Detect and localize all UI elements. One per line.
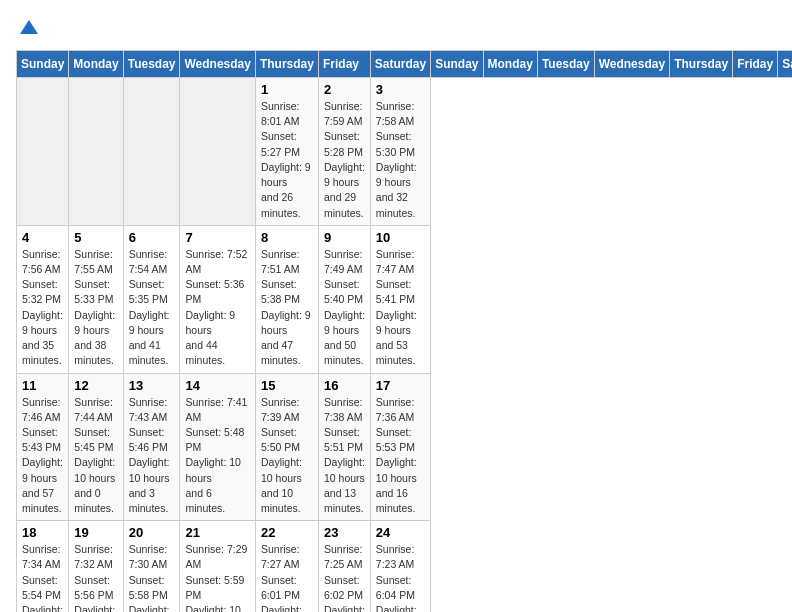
day-number: 15 <box>261 378 313 393</box>
day-cell: 16Sunrise: 7:38 AM Sunset: 5:51 PM Dayli… <box>318 373 370 521</box>
day-cell: 5Sunrise: 7:55 AM Sunset: 5:33 PM Daylig… <box>69 225 123 373</box>
week-row-2: 4Sunrise: 7:56 AM Sunset: 5:32 PM Daylig… <box>17 225 793 373</box>
day-detail: Sunrise: 7:46 AM Sunset: 5:43 PM Dayligh… <box>22 395 63 517</box>
day-detail: Sunrise: 7:51 AM Sunset: 5:38 PM Dayligh… <box>261 247 313 369</box>
day-detail: Sunrise: 7:36 AM Sunset: 5:53 PM Dayligh… <box>376 395 425 517</box>
svg-marker-0 <box>20 20 38 34</box>
day-detail: Sunrise: 7:52 AM Sunset: 5:36 PM Dayligh… <box>185 247 249 369</box>
day-number: 3 <box>376 82 425 97</box>
day-cell: 20Sunrise: 7:30 AM Sunset: 5:58 PM Dayli… <box>123 521 180 612</box>
week-row-1: 1Sunrise: 8:01 AM Sunset: 5:27 PM Daylig… <box>17 78 793 226</box>
header-monday: Monday <box>69 51 123 78</box>
day-cell: 3Sunrise: 7:58 AM Sunset: 5:30 PM Daylig… <box>370 78 430 226</box>
day-cell: 8Sunrise: 7:51 AM Sunset: 5:38 PM Daylig… <box>255 225 318 373</box>
day-cell: 2Sunrise: 7:59 AM Sunset: 5:28 PM Daylig… <box>318 78 370 226</box>
day-cell: 6Sunrise: 7:54 AM Sunset: 5:35 PM Daylig… <box>123 225 180 373</box>
calendar-header-row: SundayMondayTuesdayWednesdayThursdayFrid… <box>17 51 793 78</box>
day-cell: 12Sunrise: 7:44 AM Sunset: 5:45 PM Dayli… <box>69 373 123 521</box>
day-cell <box>17 78 69 226</box>
day-number: 5 <box>74 230 117 245</box>
day-number: 12 <box>74 378 117 393</box>
day-cell: 17Sunrise: 7:36 AM Sunset: 5:53 PM Dayli… <box>370 373 430 521</box>
day-number: 4 <box>22 230 63 245</box>
day-detail: Sunrise: 7:49 AM Sunset: 5:40 PM Dayligh… <box>324 247 365 369</box>
day-number: 23 <box>324 525 365 540</box>
logo-icon <box>18 16 40 38</box>
day-number: 11 <box>22 378 63 393</box>
day-cell: 24Sunrise: 7:23 AM Sunset: 6:04 PM Dayli… <box>370 521 430 612</box>
day-detail: Sunrise: 7:27 AM Sunset: 6:01 PM Dayligh… <box>261 542 313 612</box>
week-row-4: 18Sunrise: 7:34 AM Sunset: 5:54 PM Dayli… <box>17 521 793 612</box>
day-cell: 4Sunrise: 7:56 AM Sunset: 5:32 PM Daylig… <box>17 225 69 373</box>
day-cell <box>180 78 255 226</box>
day-detail: Sunrise: 7:25 AM Sunset: 6:02 PM Dayligh… <box>324 542 365 612</box>
day-cell: 21Sunrise: 7:29 AM Sunset: 5:59 PM Dayli… <box>180 521 255 612</box>
day-detail: Sunrise: 7:32 AM Sunset: 5:56 PM Dayligh… <box>74 542 117 612</box>
header-tuesday: Tuesday <box>123 51 180 78</box>
week-row-3: 11Sunrise: 7:46 AM Sunset: 5:43 PM Dayli… <box>17 373 793 521</box>
day-detail: Sunrise: 7:29 AM Sunset: 5:59 PM Dayligh… <box>185 542 249 612</box>
day-number: 19 <box>74 525 117 540</box>
calendar-table: SundayMondayTuesdayWednesdayThursdayFrid… <box>16 50 792 612</box>
day-number: 1 <box>261 82 313 97</box>
header-friday: Friday <box>318 51 370 78</box>
day-cell: 14Sunrise: 7:41 AM Sunset: 5:48 PM Dayli… <box>180 373 255 521</box>
day-number: 17 <box>376 378 425 393</box>
day-detail: Sunrise: 7:23 AM Sunset: 6:04 PM Dayligh… <box>376 542 425 612</box>
day-detail: Sunrise: 7:47 AM Sunset: 5:41 PM Dayligh… <box>376 247 425 369</box>
day-cell <box>123 78 180 226</box>
day-cell: 13Sunrise: 7:43 AM Sunset: 5:46 PM Dayli… <box>123 373 180 521</box>
day-number: 7 <box>185 230 249 245</box>
day-detail: Sunrise: 7:54 AM Sunset: 5:35 PM Dayligh… <box>129 247 175 369</box>
day-number: 21 <box>185 525 249 540</box>
day-cell: 18Sunrise: 7:34 AM Sunset: 5:54 PM Dayli… <box>17 521 69 612</box>
header-tuesday: Tuesday <box>537 51 594 78</box>
header-saturday: Saturday <box>370 51 430 78</box>
day-number: 10 <box>376 230 425 245</box>
day-cell: 10Sunrise: 7:47 AM Sunset: 5:41 PM Dayli… <box>370 225 430 373</box>
logo <box>16 16 40 42</box>
day-detail: Sunrise: 7:43 AM Sunset: 5:46 PM Dayligh… <box>129 395 175 517</box>
day-number: 22 <box>261 525 313 540</box>
day-detail: Sunrise: 7:34 AM Sunset: 5:54 PM Dayligh… <box>22 542 63 612</box>
day-number: 18 <box>22 525 63 540</box>
day-detail: Sunrise: 7:44 AM Sunset: 5:45 PM Dayligh… <box>74 395 117 517</box>
day-detail: Sunrise: 7:41 AM Sunset: 5:48 PM Dayligh… <box>185 395 249 517</box>
header-monday: Monday <box>483 51 537 78</box>
day-number: 6 <box>129 230 175 245</box>
day-number: 8 <box>261 230 313 245</box>
header-sunday: Sunday <box>17 51 69 78</box>
day-detail: Sunrise: 7:56 AM Sunset: 5:32 PM Dayligh… <box>22 247 63 369</box>
day-cell: 15Sunrise: 7:39 AM Sunset: 5:50 PM Dayli… <box>255 373 318 521</box>
day-cell: 19Sunrise: 7:32 AM Sunset: 5:56 PM Dayli… <box>69 521 123 612</box>
page-header <box>16 16 776 42</box>
day-detail: Sunrise: 7:30 AM Sunset: 5:58 PM Dayligh… <box>129 542 175 612</box>
day-detail: Sunrise: 7:38 AM Sunset: 5:51 PM Dayligh… <box>324 395 365 517</box>
day-cell: 23Sunrise: 7:25 AM Sunset: 6:02 PM Dayli… <box>318 521 370 612</box>
header-wednesday: Wednesday <box>594 51 669 78</box>
header-thursday: Thursday <box>670 51 733 78</box>
day-cell <box>69 78 123 226</box>
header-thursday: Thursday <box>255 51 318 78</box>
header-saturday: Saturday <box>778 51 792 78</box>
day-detail: Sunrise: 8:01 AM Sunset: 5:27 PM Dayligh… <box>261 99 313 221</box>
day-detail: Sunrise: 7:58 AM Sunset: 5:30 PM Dayligh… <box>376 99 425 221</box>
day-cell: 11Sunrise: 7:46 AM Sunset: 5:43 PM Dayli… <box>17 373 69 521</box>
day-number: 24 <box>376 525 425 540</box>
day-number: 9 <box>324 230 365 245</box>
day-number: 20 <box>129 525 175 540</box>
header-wednesday: Wednesday <box>180 51 255 78</box>
day-detail: Sunrise: 7:39 AM Sunset: 5:50 PM Dayligh… <box>261 395 313 517</box>
day-number: 13 <box>129 378 175 393</box>
day-number: 14 <box>185 378 249 393</box>
day-detail: Sunrise: 7:59 AM Sunset: 5:28 PM Dayligh… <box>324 99 365 221</box>
day-detail: Sunrise: 7:55 AM Sunset: 5:33 PM Dayligh… <box>74 247 117 369</box>
day-cell: 22Sunrise: 7:27 AM Sunset: 6:01 PM Dayli… <box>255 521 318 612</box>
header-sunday: Sunday <box>431 51 483 78</box>
day-cell: 7Sunrise: 7:52 AM Sunset: 5:36 PM Daylig… <box>180 225 255 373</box>
day-number: 2 <box>324 82 365 97</box>
day-cell: 1Sunrise: 8:01 AM Sunset: 5:27 PM Daylig… <box>255 78 318 226</box>
day-number: 16 <box>324 378 365 393</box>
header-friday: Friday <box>733 51 778 78</box>
day-cell: 9Sunrise: 7:49 AM Sunset: 5:40 PM Daylig… <box>318 225 370 373</box>
